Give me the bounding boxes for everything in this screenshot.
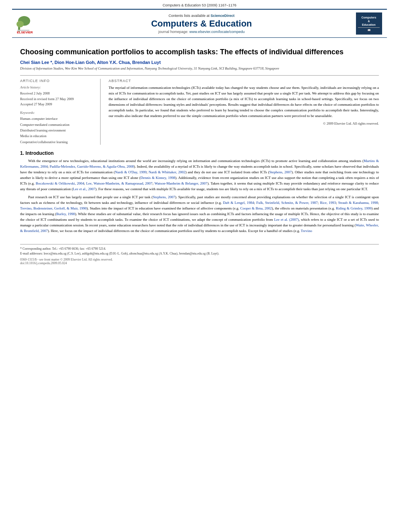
ref-straub[interactable]: Straub & Karahanna, 1998 [338,201,378,205]
intro-heading: 1. Introduction [20,150,379,156]
ref-nardi1999[interactable]: Nardi & O'Day, 1999 [115,170,147,174]
svg-text:ELSEVIER: ELSEVIER [17,31,33,34]
ref-stephens2[interactable]: Stephens, 2007 [153,195,175,199]
svg-point-2 [16,21,24,27]
history-item-accepted: Accepted 27 May 2009 [20,102,95,107]
ref-burley[interactable]: Burley, 1998 [56,212,75,216]
main-content: Choosing communication portfolios to acc… [0,38,399,240]
ref-rice[interactable]: Rice, 1993 [320,201,336,205]
ref-cooper[interactable]: Cooper & Brna, 2002 [240,206,272,210]
copyright-line: © 2009 Elsevier Ltd. All rights reserved… [109,121,379,125]
keyword-3: Distributed learning environment [20,127,95,133]
ref-watson[interactable]: Watson-Manheim & Belanger, 2007 [154,181,208,185]
ref-riding[interactable]: Riding & Grimley, 1999 [336,206,372,210]
affiliation: Division of Information Studies, Wee Kim… [20,66,379,71]
homepage-line: journal homepage: www.elsevier.com/locat… [48,30,355,34]
keyword-4: Media in education [20,133,95,139]
abstract-text: The myriad of information communication … [109,85,379,119]
abstract-column: ABSTRACT The myriad of information commu… [109,79,379,145]
sciencedirect-line: Contents lists available at ScienceDirec… [48,14,355,18]
ref-waite[interactable]: Waite, Wheeler, & Bromfield, 2007 [20,223,379,233]
ref-dennis[interactable]: Dennis & Kinney, 1998 [140,176,175,180]
journal-cover-logo: Computers&Education 📖 [355,12,383,35]
intro-paragraph-2: Past research on ICT use has largely ass… [20,195,379,234]
ref-daft[interactable]: Daft & Lengel, 1984 [223,201,254,205]
article-metadata-row: ARTICLE INFO Article history: Received 2… [20,75,379,145]
elsevier-logo: ELSEVIER [16,12,48,35]
ref-stephens[interactable]: Stephens, 2007 [269,170,292,174]
footnote-email: E-mail addresses: leecs@ntu.edu.sg (C.S.… [20,251,379,256]
sciencedirect-link[interactable]: ScienceDirect [211,14,235,18]
journal-reference: Computers & Education 53 (2009) 1167–117… [0,0,399,9]
ref-lee-et-al[interactable]: Lee et al., 2007 [73,187,95,191]
ref-lee2007[interactable]: Lee, Watson-Manheim, & Ramaprasad, 2007 [86,181,152,185]
introduction-section: 1. Introduction With the emergence of ne… [20,150,379,234]
journal-center-info: Contents lists available at ScienceDirec… [48,14,355,34]
ref-nardi2002[interactable]: Nardi & Whittaker, 2002 [149,170,185,174]
keyword-1: Human–computer interface [20,116,95,121]
article-title: Choosing communication portfolios to acc… [20,47,379,57]
homepage-url[interactable]: www.elsevier.com/locate/compedu [189,30,245,34]
history-item-received: Received 2 July 2008 [20,91,95,97]
ref-lee2007b[interactable]: Lee et al. (2007) [274,218,299,222]
journal-cover-box: Computers&Education 📖 [356,12,382,35]
page-footer: * Corresponding author. Tel.: +65 6790 6… [20,244,379,265]
history-item-revised: Received in revised form 27 May 2009 [20,97,95,102]
abstract-label: ABSTRACT [109,79,379,83]
journal-banner: ELSEVIER Contents lists available at Sci… [12,9,387,38]
keywords-label: Keywords: [20,111,95,115]
keyword-2: Computer-mediated communication [20,122,95,127]
ref-padilla[interactable]: Padilla-Melendez, Garrido-Moreno, & Agui… [49,164,134,168]
keyword-5: Cooperative/collaborative learning [20,139,95,145]
footer-issn: 0360-1315/$ - see front matter © 2009 El… [20,258,379,265]
footnote-corresponding: * Corresponding author. Tel.: +65 6790 6… [20,246,379,251]
article-history-label: Article history: [20,85,95,89]
ref-trevino[interactable]: Trevino, Bodensteiner, Gerloff, & Muir, … [20,206,87,210]
article-info-column: ARTICLE INFO Article history: Received 2… [20,79,101,145]
authors: Chei Sian Lee *, Dion Hoe-Lian Goh, Alto… [20,60,379,65]
journal-title: Computers & Education [48,18,355,29]
ref-fulk[interactable]: Fulk, Steinfield, Schmitz, & Power, 1987 [256,201,318,205]
ref-trevino2[interactable]: Trevino [301,229,312,233]
intro-paragraph-1: With the emergence of new technologies, … [20,158,379,192]
article-info-label: ARTICLE INFO [20,79,95,83]
ref-boczkowski[interactable]: Boczkowski & Orlikowski, 2004 [36,181,84,185]
